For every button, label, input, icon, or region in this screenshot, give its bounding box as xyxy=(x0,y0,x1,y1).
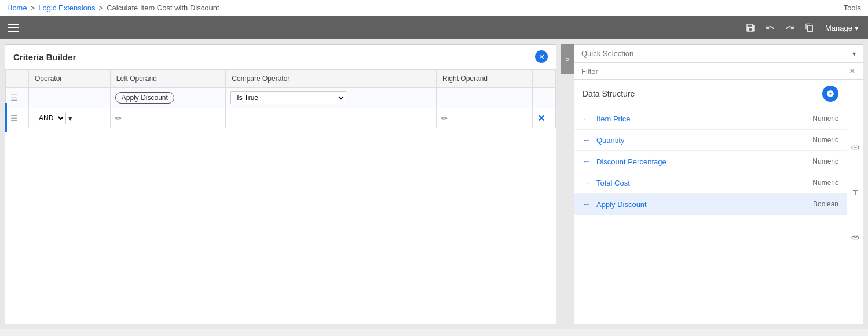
filter-input[interactable] xyxy=(581,67,845,76)
drag-cell-1: ☰ xyxy=(6,88,29,108)
left-operand-cell-1: Apply Discount xyxy=(110,88,226,108)
col-operator: Operator xyxy=(29,70,111,88)
arrow-out-icon: → xyxy=(583,178,591,187)
collapse-panel-button[interactable]: » xyxy=(561,44,574,74)
ds-item-name: Apply Discount xyxy=(596,200,807,209)
breadcrumb-sep1: > xyxy=(31,3,35,12)
operator-select[interactable]: AND OR xyxy=(34,112,66,124)
logic-extensions-link[interactable]: Logic Extensions xyxy=(38,3,95,12)
hamburger-line1 xyxy=(8,24,19,25)
ds-item-name: Total Cost xyxy=(596,179,807,187)
top-nav: Home > Logic Extensions > Calculate Item… xyxy=(0,0,868,16)
breadcrumb-sep2: > xyxy=(99,3,104,12)
arrow-in-icon: ← xyxy=(583,114,591,123)
ds-item-type: Numeric xyxy=(812,136,838,144)
col-compare-operator: Compare Operator xyxy=(226,70,437,88)
col-right-operand: Right Operand xyxy=(436,70,532,88)
table-row: ☰ Apply Discount Is True Is False xyxy=(6,88,556,108)
redo-button[interactable] xyxy=(781,19,799,36)
apply-discount-badge[interactable]: Apply Discount xyxy=(115,92,174,104)
filter-bar: ✕ xyxy=(574,63,863,80)
delete-row-button[interactable]: ✕ xyxy=(537,113,545,124)
data-structure-title: Data Structure xyxy=(583,89,635,98)
criteria-header: Criteria Builder ✕ xyxy=(5,45,556,69)
ds-item-name: Quantity xyxy=(596,136,807,145)
close-button[interactable]: ✕ xyxy=(535,50,548,63)
text-icon-button[interactable] xyxy=(848,185,863,200)
quick-selection-chevron-icon: ▾ xyxy=(852,50,856,58)
link-icon-button[interactable] xyxy=(848,140,863,155)
table-row: ☰ AND OR ▾ ✏ xyxy=(6,108,556,128)
hamburger-button[interactable] xyxy=(5,20,22,35)
ds-item-type: Numeric xyxy=(812,179,838,187)
drag-handle-2[interactable]: ☰ xyxy=(10,113,18,123)
collapse-area: » xyxy=(561,39,574,329)
data-structure-add-button[interactable] xyxy=(822,86,838,102)
criteria-title: Criteria Builder xyxy=(13,52,76,62)
hamburger-line2 xyxy=(8,27,19,28)
side-icons-panel xyxy=(847,80,863,324)
left-operand-edit-button[interactable]: ✏ xyxy=(115,114,122,123)
action-cell-1 xyxy=(533,88,556,108)
data-structure-header: Data Structure xyxy=(574,80,847,108)
home-link[interactable]: Home xyxy=(7,3,27,12)
page-title: Calculate Item Cost with Discount xyxy=(107,3,219,12)
manage-label: Manage xyxy=(825,24,852,32)
action-cell-2: ✕ xyxy=(533,108,556,128)
right-operand-cell-1 xyxy=(436,88,532,108)
criteria-table: Operator Left Operand Compare Operator R… xyxy=(5,69,556,128)
breadcrumb: Home > Logic Extensions > Calculate Item… xyxy=(7,3,219,12)
ds-item-name: Discount Percentage xyxy=(596,157,807,166)
list-item[interactable]: ← Item Price Numeric xyxy=(574,108,847,130)
ds-item-name: Item Price xyxy=(596,115,807,123)
col-left-operand: Left Operand xyxy=(110,70,226,88)
filter-clear-icon[interactable]: ✕ xyxy=(849,67,856,76)
ds-item-type: Numeric xyxy=(812,157,838,165)
undo-button[interactable] xyxy=(761,19,779,36)
copy-button[interactable] xyxy=(801,19,818,36)
toolbar: Manage ▾ xyxy=(0,16,868,39)
row-indicator xyxy=(5,103,7,132)
criteria-panel: Criteria Builder ✕ Operator Left Operand… xyxy=(5,44,556,324)
list-item[interactable]: → Total Cost Numeric xyxy=(574,172,847,194)
tools-link[interactable]: Tools xyxy=(844,3,861,12)
manage-chevron-icon: ▾ xyxy=(855,24,859,32)
hamburger-line3 xyxy=(8,31,19,32)
right-panel: ▾ ✕ Data Structure ← Item Price N xyxy=(574,44,863,324)
right-panel-inner: Data Structure ← Item Price Numeric ← Qu… xyxy=(574,80,863,324)
operator-cell-2: AND OR ▾ xyxy=(29,108,111,128)
list-item[interactable]: ← Discount Percentage Numeric xyxy=(574,151,847,172)
left-operand-cell-2: ✏ xyxy=(110,108,226,128)
quick-selection-bar: ▾ xyxy=(574,45,863,63)
quick-selection-input[interactable] xyxy=(581,49,848,58)
arrow-in-icon: ← xyxy=(583,135,591,145)
compare-select-wrap-1: Is True Is False xyxy=(230,91,431,104)
right-panel-content: Data Structure ← Item Price Numeric ← Qu… xyxy=(574,80,847,324)
drag-handle-1[interactable]: ☰ xyxy=(10,93,18,102)
right-operand-cell-2: ✏ xyxy=(436,108,532,128)
compare-cell-2 xyxy=(226,108,437,128)
operator-select-wrap: AND OR ▾ xyxy=(34,112,105,124)
operator-chevron-icon: ▾ xyxy=(68,114,72,123)
compare-cell-1: Is True Is False xyxy=(226,88,437,108)
arrow-in-icon: ← xyxy=(583,200,591,209)
save-button[interactable] xyxy=(742,19,759,36)
col-actions xyxy=(533,70,556,88)
col-drag xyxy=(6,70,29,88)
arrow-in-icon: ← xyxy=(583,157,591,166)
compare-select-1[interactable]: Is True Is False xyxy=(230,91,346,104)
drag-cell-2: ☰ xyxy=(6,108,29,128)
ds-item-type: Numeric xyxy=(812,115,838,123)
ds-item-type: Boolean xyxy=(813,200,838,208)
list-item[interactable]: ← Quantity Numeric xyxy=(574,130,847,151)
main-content: Criteria Builder ✕ Operator Left Operand… xyxy=(0,39,868,329)
toolbar-right: Manage ▾ xyxy=(742,19,863,36)
manage-button[interactable]: Manage ▾ xyxy=(821,21,863,35)
right-operand-edit-button[interactable]: ✏ xyxy=(441,114,448,123)
chain-icon-button[interactable] xyxy=(848,230,863,245)
operator-cell-1 xyxy=(29,88,111,108)
list-item[interactable]: ← Apply Discount Boolean xyxy=(574,194,847,215)
